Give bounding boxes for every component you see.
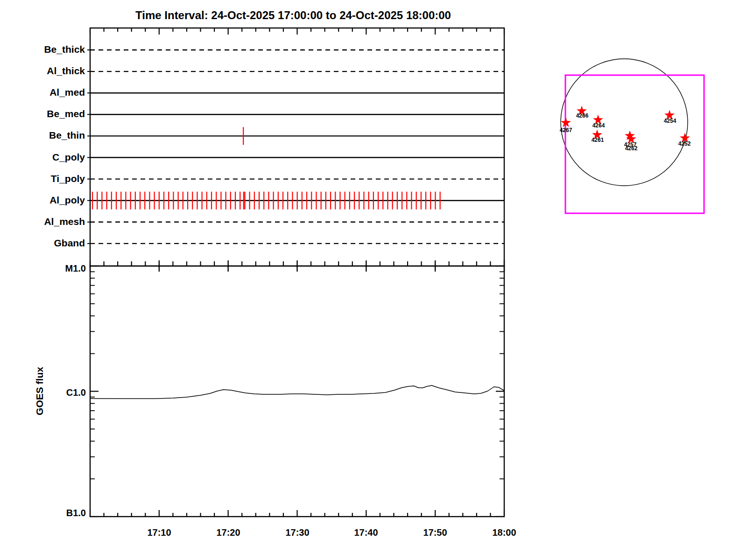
xtick-1730: 17:30 — [285, 527, 309, 538]
xtick-1740: 17:40 — [354, 527, 378, 538]
xtick-1710: 17:10 — [147, 527, 171, 538]
xtick-1720: 17:20 — [216, 527, 240, 538]
active-region-label: 4261 — [592, 137, 604, 143]
goes-flux-line — [90, 385, 504, 399]
timeline-rows — [87, 50, 504, 244]
filter-label-be-thin: Be_thin — [49, 130, 85, 140]
goes-panel-border — [90, 266, 504, 517]
filter-label-al-mesh: Al_mesh — [44, 216, 85, 227]
filter-label-gband: Gband — [54, 238, 85, 248]
active-region-label: 4252 — [678, 140, 691, 147]
goes-axis-ticks — [90, 266, 504, 517]
active-region-label: 4267 — [560, 127, 572, 133]
timeline-axis-ticks — [90, 28, 504, 272]
active-region-label: 4262 — [625, 145, 638, 152]
filter-label-c-poly: C_poly — [52, 152, 85, 162]
filter-label-al-poly: Al_poly — [49, 195, 85, 205]
filter-timeline-panel: Be_thick Al_thick Al_med Be_med Be_thin … — [44, 28, 504, 272]
active-region-stars: 42674266426442614257426242544252 — [560, 106, 691, 152]
figure-canvas: Time Interval: 24-Oct-2025 17:00:00 to 2… — [0, 0, 747, 560]
filter-label-ti-poly: Ti_poly — [51, 173, 85, 184]
figure-title: Time Interval: 24-Oct-2025 17:00:00 to 2… — [135, 9, 451, 21]
filter-label-al-med: Al_med — [49, 87, 85, 98]
ytick-b1: B1.0 — [66, 508, 86, 518]
screenshot-root: { "title": "Time Interval: 24-Oct-2025 1… — [0, 0, 747, 560]
filter-label-be-thick: Be_thick — [44, 44, 85, 55]
ytick-c1: C1.0 — [66, 387, 86, 398]
goes-flux-curve — [90, 385, 504, 399]
goes-panel: M1.0 C1.0 B1.0 GOES flux 17:10 17:20 17:… — [34, 263, 516, 538]
ytick-m1: M1.0 — [65, 263, 86, 273]
solar-map: 42674266426442614257426242544252 — [560, 59, 704, 213]
active-region-label: 4266 — [576, 112, 589, 119]
active-region-label: 4254 — [664, 118, 677, 124]
filter-label-be-med: Be_med — [47, 108, 85, 119]
exposure-marks — [92, 127, 440, 209]
xtick-1800: 18:00 — [492, 527, 516, 538]
timeline-panel-border — [90, 28, 504, 266]
goes-y-axis-label: GOES flux — [34, 367, 45, 415]
filter-label-al-thick: Al_thick — [47, 65, 85, 76]
active-region-label: 4264 — [592, 122, 605, 129]
xtick-1750: 17:50 — [423, 527, 447, 538]
